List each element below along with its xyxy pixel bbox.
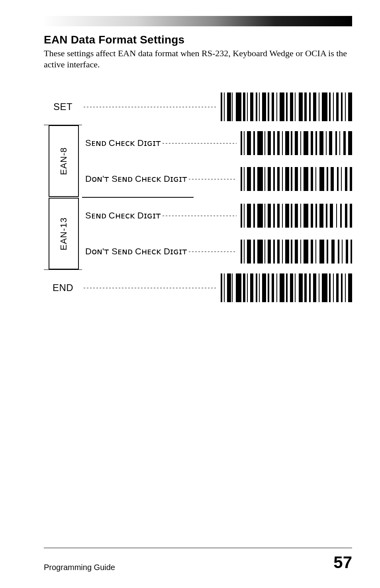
svg-rect-57 <box>253 167 255 191</box>
svg-rect-26 <box>336 92 339 121</box>
footer-rule <box>44 548 352 548</box>
group-label-ean13: EAN-13 <box>49 198 79 269</box>
svg-rect-107 <box>264 240 265 264</box>
barcode-set <box>221 92 352 121</box>
svg-rect-29 <box>348 92 352 121</box>
svg-rect-25 <box>333 92 334 121</box>
page-title: EAN Data Format Settings <box>44 33 352 46</box>
svg-rect-113 <box>291 240 292 264</box>
svg-rect-82 <box>257 204 263 228</box>
svg-rect-49 <box>329 131 332 155</box>
option-row: Dᴏɴ'ᴛ Sᴇɴᴅ Cʜᴇᴄᴋ Dɪɢɪᴛ <box>84 161 352 197</box>
svg-rect-147 <box>313 273 316 302</box>
svg-rect-35 <box>264 131 265 155</box>
svg-rect-62 <box>277 167 280 191</box>
svg-rect-122 <box>338 240 339 264</box>
svg-rect-99 <box>340 204 342 228</box>
svg-rect-5 <box>243 92 245 121</box>
header-gradient-bar <box>44 16 352 26</box>
svg-rect-154 <box>345 273 346 302</box>
svg-rect-141 <box>286 273 288 302</box>
svg-rect-27 <box>341 92 343 121</box>
svg-rect-48 <box>326 131 327 155</box>
option-label: Sᴇɴᴅ Cʜᴇᴄᴋ Dɪɢɪᴛ <box>84 138 161 148</box>
svg-rect-45 <box>311 131 313 155</box>
svg-rect-118 <box>315 240 316 264</box>
option-label: Sᴇɴᴅ Cʜᴇᴄᴋ Dɪɢɪᴛ <box>84 210 161 221</box>
option-label: Dᴏɴ'ᴛ Sᴇɴᴅ Cʜᴇᴄᴋ Dɪɢɪᴛ <box>84 174 187 184</box>
svg-rect-88 <box>285 204 289 228</box>
svg-rect-112 <box>285 240 289 264</box>
svg-rect-1 <box>224 92 225 121</box>
svg-rect-89 <box>291 204 292 228</box>
group-divider <box>82 197 194 198</box>
svg-rect-115 <box>300 240 301 264</box>
svg-rect-50 <box>335 131 337 155</box>
svg-rect-43 <box>300 131 301 155</box>
barcode-ean8-send <box>241 131 352 155</box>
svg-rect-8 <box>256 92 257 121</box>
svg-rect-100 <box>345 204 347 228</box>
group-ean8: EAN-8 Sᴇɴᴅ Cʜᴇᴄᴋ Dɪɢɪᴛ <box>44 125 352 197</box>
svg-rect-84 <box>268 204 271 228</box>
svg-rect-130 <box>236 273 241 302</box>
svg-rect-10 <box>262 92 266 121</box>
svg-rect-94 <box>315 204 317 228</box>
dash-line <box>163 216 237 216</box>
svg-rect-58 <box>257 167 263 191</box>
svg-rect-114 <box>295 240 298 264</box>
svg-rect-103 <box>244 240 245 264</box>
svg-rect-31 <box>244 131 245 155</box>
svg-rect-9 <box>259 92 260 121</box>
svg-rect-64 <box>285 167 289 191</box>
page-subtitle: These settings affect EAN data format wh… <box>44 48 352 70</box>
svg-rect-46 <box>315 131 317 155</box>
end-row: END <box>44 270 352 306</box>
svg-rect-13 <box>276 92 277 121</box>
svg-rect-21 <box>313 92 316 121</box>
svg-rect-119 <box>319 240 324 264</box>
svg-rect-3 <box>232 92 233 121</box>
svg-rect-14 <box>280 92 284 121</box>
svg-rect-153 <box>341 273 343 302</box>
svg-rect-95 <box>319 204 323 228</box>
svg-rect-149 <box>322 273 327 302</box>
svg-rect-4 <box>236 92 241 121</box>
option-row: Dᴏɴ'ᴛ Sᴇɴᴅ Cʜᴇᴄᴋ Dɪɢɪᴛ <box>84 234 352 269</box>
svg-rect-80 <box>247 204 251 228</box>
option-row: Sᴇɴᴅ Cʜᴇᴄᴋ Dɪɢɪᴛ <box>84 125 352 161</box>
svg-rect-22 <box>319 92 319 121</box>
svg-rect-146 <box>309 273 311 302</box>
svg-rect-40 <box>285 131 289 155</box>
svg-rect-120 <box>327 240 328 264</box>
svg-rect-68 <box>304 167 308 191</box>
svg-rect-81 <box>253 204 255 228</box>
svg-rect-126 <box>221 273 222 302</box>
svg-rect-128 <box>227 273 231 302</box>
footer-left-text: Programming Guide <box>44 563 115 572</box>
svg-rect-73 <box>331 167 334 191</box>
dash-line <box>84 288 217 288</box>
group-ean13: EAN-13 Sᴇɴᴅ Cʜᴇᴄᴋ Dɪɢɪᴛ <box>44 198 352 269</box>
svg-rect-70 <box>315 167 316 191</box>
svg-rect-37 <box>273 131 275 155</box>
svg-rect-102 <box>241 240 242 264</box>
svg-rect-116 <box>304 240 308 264</box>
svg-rect-60 <box>268 167 271 191</box>
svg-rect-136 <box>262 273 266 302</box>
svg-rect-140 <box>280 273 284 302</box>
svg-rect-155 <box>348 273 352 302</box>
svg-rect-20 <box>309 92 311 121</box>
dash-line <box>84 107 217 107</box>
svg-rect-131 <box>243 273 245 302</box>
svg-rect-54 <box>241 167 242 191</box>
svg-rect-65 <box>291 167 292 191</box>
svg-rect-16 <box>290 92 293 121</box>
svg-rect-55 <box>244 167 245 191</box>
set-row: SET <box>44 89 352 125</box>
svg-rect-56 <box>247 167 251 191</box>
footer: Programming Guide 57 <box>44 553 352 572</box>
svg-rect-138 <box>272 273 274 302</box>
svg-rect-139 <box>276 273 277 302</box>
svg-rect-96 <box>326 204 327 228</box>
